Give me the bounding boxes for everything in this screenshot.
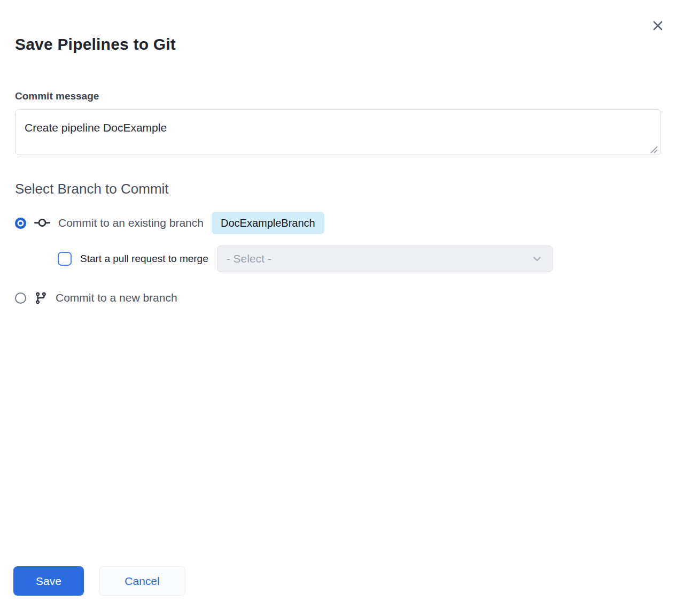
branch-badge: DocExampleBranch — [212, 212, 324, 234]
chevron-down-icon — [532, 253, 542, 264]
commit-message-label: Commit message — [15, 90, 661, 102]
save-pipelines-dialog: Save Pipelines to Git Commit message Cre… — [0, 0, 676, 616]
git-branch-icon — [34, 291, 48, 305]
close-button[interactable] — [650, 18, 665, 33]
pull-request-row: Start a pull request to merge - Select - — [58, 245, 661, 272]
git-commit-icon — [34, 215, 50, 231]
close-icon — [652, 20, 664, 32]
commit-message-input[interactable]: Create pipeline DocExample — [15, 109, 661, 155]
cancel-button[interactable]: Cancel — [99, 566, 185, 596]
dialog-footer: Save Cancel — [13, 566, 185, 596]
pull-request-checkbox[interactable] — [58, 252, 72, 266]
select-placeholder: - Select - — [227, 252, 271, 265]
pull-request-label: Start a pull request to merge — [80, 253, 208, 265]
target-branch-select[interactable]: - Select - — [217, 245, 553, 272]
dialog-title: Save Pipelines to Git — [15, 0, 661, 53]
new-branch-option[interactable]: Commit to a new branch — [15, 290, 661, 305]
radio-new-branch[interactable] — [15, 292, 26, 304]
commit-message-field: Create pipeline DocExample — [15, 109, 661, 157]
existing-branch-option[interactable]: Commit to an existing branch DocExampleB… — [15, 212, 661, 234]
existing-branch-label: Commit to an existing branch — [58, 216, 204, 230]
radio-existing-branch[interactable] — [15, 218, 26, 229]
branch-section-heading: Select Branch to Commit — [15, 180, 661, 197]
save-button[interactable]: Save — [13, 566, 84, 596]
new-branch-label: Commit to a new branch — [56, 291, 177, 305]
